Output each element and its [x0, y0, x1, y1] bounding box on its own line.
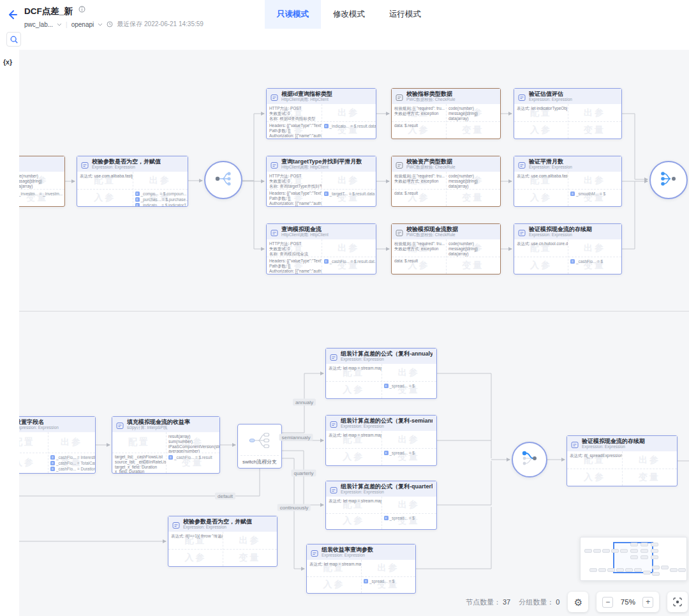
- tab-mode-1[interactable]: 修改模式: [321, 0, 377, 29]
- variable-tag: ≡_cashFlo... = $: [570, 259, 619, 264]
- gateway-join-node[interactable]: [649, 161, 688, 199]
- node-subtitle: PWC数据校验: CheckRule: [406, 232, 458, 237]
- fit-view-button[interactable]: [667, 592, 688, 612]
- node-quadrant-bl: 入参Headers: [{"valueType":"Text","n...Pat…: [267, 257, 322, 274]
- flow-node-expr-verify-duration[interactable]: 验证模拟现金流的存续期Expression: Expression配置表达式: …: [514, 223, 622, 274]
- flow-node-expr-verify-smooth-months[interactable]: 验证平滑月数Expression: Expression配置表达式: use c…: [514, 156, 622, 207]
- node-title: 组装收益率查询参数: [322, 546, 373, 553]
- node-subtitle: Expression: Expression: [92, 165, 161, 170]
- chevron-down-icon[interactable]: [98, 23, 103, 26]
- flow-node-expr-check-params[interactable]: 校验参数是否为空，并赋值Expression: Expression配置表达式:…: [77, 156, 188, 207]
- api-select[interactable]: openapi: [71, 21, 94, 28]
- node-config-line: 表达式: use com.alibaba.fastjson...: [517, 174, 565, 179]
- node-quadrant-tl: 配置表达式: if(!==1){ throw "传递的...: [168, 532, 223, 549]
- gear-icon: ⚙: [574, 597, 582, 607]
- quadrant-watermark: 出参: [584, 107, 605, 119]
- search-icon: [10, 35, 19, 44]
- minimap-node-shape: [641, 549, 648, 553]
- zoom-in-button[interactable]: +: [642, 597, 653, 608]
- minimap-node-shape: [625, 568, 633, 572]
- node-body: 配置表达式: let map = stream.map()...出参入参变量≡_…: [326, 364, 436, 398]
- node-quadrant-tr: 出参code(number)message(string)data(array): [446, 104, 500, 121]
- gateway-split-node[interactable]: [204, 161, 242, 199]
- node-config-line: Query参数: []: [269, 273, 319, 274]
- join-icon: [657, 167, 680, 193]
- quadrant-watermark: 出参: [584, 175, 605, 186]
- node-subtitle: Expression: Expression: [183, 525, 252, 530]
- node-quadrant-tl: 配置HTTP方法: POST失败重试: 0名称: 查询targetType并找到…: [267, 172, 322, 189]
- minimap-node-shape: [616, 568, 624, 572]
- node-header: 验证模拟现金流的存续期Expression: Expression: [567, 436, 677, 451]
- variables-fx-icon[interactable]: {x}: [3, 58, 12, 66]
- flow-node-expr-set-field-name[interactable]: 设置字段名Expression: Expression配置Rate =...出参…: [19, 416, 96, 474]
- node-quadrant-bl: 入参: [326, 513, 382, 530]
- node-title: 验证估值评估: [529, 91, 572, 97]
- node-config-line: 名称: 根据id查询指标类型: [269, 116, 319, 121]
- settings-button[interactable]: ⚙: [568, 592, 588, 612]
- node-title: 填充模拟现金流的收益率: [127, 419, 190, 425]
- node-config-line: 名称: 查询模拟现金流: [269, 252, 319, 257]
- variable-chip-icon: ≡: [135, 192, 140, 196]
- flow-node-http-query-indicator-type[interactable]: 根据id查询指标类型HttpClient调用: HttpClient配置HTTP…: [266, 88, 376, 139]
- flow-node-check-asset-type[interactable]: 校验资产类型数据PWC数据校验: CheckRule配置校验规则: [{ "re…: [391, 156, 501, 207]
- node-config-line: source_list: _enDBInRateListOrd...: [115, 460, 163, 465]
- last-saved-text: 最近保存 2022-06-21 14:35:59: [117, 20, 204, 29]
- tab-mode-0[interactable]: 只读模式: [265, 0, 321, 29]
- node-type-icon: [330, 352, 337, 360]
- minimap-node-shape: [643, 571, 651, 575]
- flow-node-expr-spread-semiannualy[interactable]: 组装计算点差的公式（复利-semiannualy）Expression: Exp…: [325, 415, 437, 466]
- minimap-node-shape: [641, 555, 648, 559]
- flow-node-expr-spread-quarterly[interactable]: 组装计算点差的公式（复利-quarterly）Expression: Expre…: [325, 481, 437, 530]
- quadrant-watermark: 出参: [398, 434, 420, 446]
- node-quadrant-tl: 配置表达式: if(_spreadExpression == ...: [567, 451, 622, 469]
- node-quadrant-br: 变量≡_targetT... = $.result.data: [322, 189, 376, 206]
- node-subtitle: Expression: Expression: [529, 97, 572, 102]
- node-config-line: 失败处理方式: exception: [394, 246, 443, 252]
- minimap-node-shape: [589, 568, 597, 572]
- variable-chip-icon: ≡: [324, 124, 329, 128]
- node-subtitle: HttpClient调用: HttpClient: [281, 97, 332, 102]
- flow-node-http-query-cashflow[interactable]: 查询模拟现金流HttpClient调用: HttpClient配置HTTP方法:…: [266, 223, 376, 274]
- back-button[interactable]: [5, 8, 19, 22]
- flow-node-expr-yield-query-params[interactable]: 组装收益率查询参数Expression: Expression配置表达式: le…: [306, 544, 416, 594]
- flow-node-check-indicator-type[interactable]: 校验指标类型数据PWC数据校验: CheckRule配置校验规则: [{ "re…: [391, 88, 501, 139]
- flow-node-expr-spread-annualy[interactable]: 组装计算点差的公式（复利-annualy）Expression: Express…: [325, 348, 437, 399]
- node-config-line: data: $.result: [394, 123, 443, 128]
- clock-icon: [107, 21, 113, 27]
- node-config-line: code(number): [448, 106, 498, 111]
- flow-node-check-cashflow[interactable]: 校验模拟现金流数据PWC数据校验: CheckRule配置校验规则: [{ "r…: [391, 223, 501, 274]
- left-sidebar: {x}: [0, 50, 19, 616]
- node-quadrant-br: 变量≡_compo... = $.compoun...≡_purchas... …: [133, 189, 188, 206]
- flow-node-expr-verify-duration-2[interactable]: 验证模拟现金流的存续期Expression: Expression配置表达式: …: [567, 435, 678, 486]
- node-body: 配置表达式: use com.alibaba.fastjson...出参入参变量…: [514, 172, 621, 206]
- info-icon[interactable]: [78, 4, 85, 15]
- variable-tag: ≡_compo... = $.compoun...: [135, 191, 186, 197]
- node-quadrant-br: 变量: [446, 189, 500, 206]
- minimap[interactable]: [580, 537, 687, 581]
- tab-mode-2[interactable]: 运行模式: [377, 0, 433, 29]
- flow-node-http-query-targettype[interactable]: 查询targetType并找到平滑月数HttpClient调用: HttpCli…: [266, 156, 376, 207]
- node-body: 配置校验规则: [{ "required": tru...失败处理方式: exc…: [392, 104, 500, 139]
- flow-node-check-left-partial[interactable]: 配置出参code(number)message(string)data(arra…: [19, 156, 65, 207]
- node-body: 配置表达式: let map = stream.map()...出参入参变量≡_…: [326, 497, 436, 529]
- zoom-out-button[interactable]: −: [602, 597, 613, 608]
- node-config-line: 表达式: if(!==1){ throw "传递的...: [171, 534, 220, 539]
- search-button[interactable]: [6, 32, 21, 47]
- variable-chip-icon: ≡: [50, 455, 55, 460]
- chevron-down-icon[interactable]: [57, 23, 62, 26]
- quadrant-watermark: 出参: [149, 175, 171, 186]
- flow-node-scipy-fill-yield[interactable]: 填充模拟现金流的收益率scipy计算: InterpSP线配置出参result(…: [112, 416, 220, 474]
- flow-node-switch-branch[interactable]: switch流程分支: [237, 424, 282, 469]
- workspace-select[interactable]: pwc_lab...: [24, 21, 53, 28]
- minimap-node-shape: [651, 555, 658, 559]
- flow-node-expr-check-params-2[interactable]: 校验参数是否为空，并赋值Expression: Expression配置表达式:…: [168, 516, 278, 567]
- flow-canvas[interactable]: 配置出参code(number)message(string)data(arra…: [19, 50, 689, 616]
- node-type-icon: [518, 160, 526, 168]
- node-quadrant-tr: 出参result(array)sum(number)iPaaSComponent…: [166, 432, 219, 453]
- flow-node-expr-verify-valuation[interactable]: 验证估值评估Expression: Expression配置表达式: let i…: [514, 88, 622, 139]
- node-header: 根据id查询指标类型HttpClient调用: HttpClient: [267, 89, 376, 104]
- node-config-line: code(number): [448, 174, 498, 179]
- minimap-node-shape: [602, 549, 610, 553]
- node-quadrant-bl: 入参target_list: _cashFlowsListsource_list…: [112, 453, 166, 473]
- gateway-merge-node[interactable]: [512, 442, 547, 477]
